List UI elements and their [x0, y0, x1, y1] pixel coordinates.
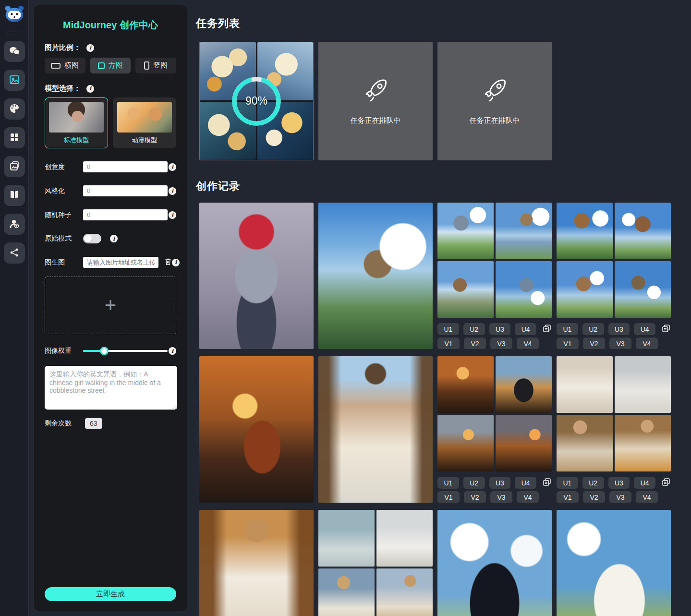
- info-icon: i: [86, 44, 94, 52]
- variation-button-v3[interactable]: V3: [609, 491, 631, 503]
- stylize-input[interactable]: [83, 185, 168, 196]
- img2img-url-input[interactable]: [83, 257, 158, 268]
- castle-f-image[interactable]: [615, 203, 671, 259]
- sidebar-item-share[interactable]: [4, 242, 25, 264]
- castle-a-image[interactable]: [437, 203, 494, 259]
- aspect-square-button[interactable]: 方图: [90, 58, 131, 73]
- white-cat-image[interactable]: [557, 510, 671, 616]
- image-weight-slider[interactable]: [83, 347, 168, 355]
- upscale-button-u4[interactable]: U4: [515, 323, 536, 335]
- image-upload-dropzone[interactable]: +: [45, 277, 176, 334]
- sidebar-item-style[interactable]: [4, 98, 25, 120]
- sidebar-item-image-active[interactable]: [4, 70, 25, 91]
- variation-button-v1[interactable]: V1: [557, 491, 579, 503]
- variation-button-v2[interactable]: V2: [464, 338, 486, 349]
- castle-g-image[interactable]: [557, 261, 613, 318]
- runway-c-image[interactable]: [318, 568, 375, 616]
- records-section-title: 创作记录: [196, 179, 676, 193]
- runway-d-image[interactable]: [376, 568, 433, 616]
- fashion-model-image[interactable]: [318, 356, 433, 503]
- task-tile-progress[interactable]: 90%: [199, 42, 314, 160]
- copy-prompt-button[interactable]: [661, 324, 671, 335]
- variation-button-v1[interactable]: V1: [437, 491, 460, 503]
- fashion-b-image[interactable]: [615, 356, 671, 413]
- panda-robot-logo[interactable]: [4, 5, 25, 24]
- img2img-label: 图生图: [45, 258, 83, 267]
- moto-c-image[interactable]: [437, 415, 494, 471]
- sidebar-item-gallery[interactable]: [4, 156, 25, 177]
- castle-large-image[interactable]: [318, 203, 433, 349]
- variation-button-v4[interactable]: V4: [636, 491, 658, 503]
- variation-button-v3[interactable]: V3: [490, 491, 512, 503]
- variation-button-v2[interactable]: V2: [464, 491, 486, 503]
- upscale-button-u3[interactable]: U3: [489, 477, 511, 489]
- copy-prompt-button[interactable]: [661, 477, 671, 488]
- toggle-knob: [84, 235, 92, 242]
- sidebar-item-docs[interactable]: [4, 185, 25, 206]
- upscale-button-u4[interactable]: U4: [515, 477, 536, 489]
- spiderman-image[interactable]: [199, 203, 314, 349]
- upscale-button-u1[interactable]: U1: [437, 323, 459, 335]
- creativity-input[interactable]: [83, 161, 168, 172]
- moto-a-image[interactable]: [437, 356, 494, 413]
- castle-h-image[interactable]: [615, 261, 671, 318]
- runway-b-image[interactable]: [376, 510, 433, 567]
- variation-button-v1[interactable]: V1: [437, 338, 460, 349]
- upscale-button-u3[interactable]: U3: [489, 323, 511, 335]
- moto-b-image[interactable]: [496, 356, 552, 413]
- prompt-textarea[interactable]: [45, 366, 177, 410]
- upscale-button-u3[interactable]: U3: [608, 323, 630, 335]
- slider-thumb[interactable]: [100, 347, 109, 355]
- raw-mode-toggle[interactable]: [83, 234, 101, 243]
- standard-model-image: [49, 102, 104, 133]
- upscale-button-u1[interactable]: U1: [557, 477, 578, 489]
- upscale-button-u1[interactable]: U1: [437, 477, 459, 489]
- upscale-button-u2[interactable]: U2: [463, 477, 485, 489]
- fashion-d-image[interactable]: [615, 415, 671, 471]
- copy-icon: [661, 324, 671, 335]
- quad-image-grid: [557, 203, 671, 318]
- upscale-button-u3[interactable]: U3: [608, 477, 630, 489]
- variation-button-v3[interactable]: V3: [609, 338, 631, 349]
- fashion-girl-image[interactable]: [199, 510, 314, 616]
- variation-button-v4[interactable]: V4: [517, 491, 539, 503]
- sidebar-item-chat[interactable]: [4, 41, 25, 62]
- records-grid: U1U2U3U4 V1V2V3V4U1U2U3U4 V1V2V3V4U1U2U3…: [199, 203, 676, 616]
- moto-d-image[interactable]: [496, 415, 552, 471]
- castle-e-image[interactable]: [557, 203, 613, 259]
- upscale-button-u2[interactable]: U2: [582, 323, 604, 335]
- sidebar-item-apps[interactable]: [4, 127, 25, 148]
- castle-d-image[interactable]: [496, 261, 552, 318]
- upscale-button-u2[interactable]: U2: [463, 323, 485, 335]
- task-tile-queued: 任务正在排队中: [318, 42, 433, 160]
- variation-button-v4[interactable]: V4: [636, 338, 658, 349]
- runway-a-image[interactable]: [318, 510, 375, 567]
- upscale-button-u4[interactable]: U4: [634, 477, 655, 489]
- variation-button-v2[interactable]: V2: [583, 338, 605, 349]
- upscale-button-u1[interactable]: U1: [557, 323, 578, 335]
- sidebar-item-account[interactable]: [4, 214, 25, 235]
- progress-percent: 90%: [200, 42, 313, 160]
- seed-input[interactable]: [83, 209, 168, 220]
- castle-b-image[interactable]: [496, 203, 552, 259]
- model-card-standard[interactable]: 标准模型: [45, 97, 108, 148]
- aspect-portrait-button[interactable]: 竖图: [135, 58, 176, 73]
- upscale-button-u4[interactable]: U4: [634, 323, 655, 335]
- fashion-a-image[interactable]: [557, 356, 613, 413]
- variation-button-v2[interactable]: V2: [583, 491, 605, 503]
- variation-button-v4[interactable]: V4: [517, 338, 539, 349]
- moto-sunset-image[interactable]: [199, 356, 314, 503]
- fashion-c-image[interactable]: [557, 415, 613, 471]
- castle-c-image[interactable]: [437, 261, 494, 318]
- upscale-button-u2[interactable]: U2: [582, 477, 604, 489]
- standard-model-label: 标准模型: [49, 136, 104, 145]
- copy-prompt-button[interactable]: [542, 477, 552, 488]
- copy-prompt-button[interactable]: [542, 324, 552, 335]
- clear-image-button[interactable]: [164, 258, 172, 267]
- model-card-anime[interactable]: 动漫模型: [113, 97, 176, 148]
- generate-button[interactable]: 立即生成: [45, 587, 176, 601]
- variation-button-v3[interactable]: V3: [490, 338, 512, 349]
- black-cat-image[interactable]: [437, 510, 552, 616]
- aspect-landscape-button[interactable]: 横图: [45, 58, 85, 73]
- variation-button-v1[interactable]: V1: [557, 338, 579, 349]
